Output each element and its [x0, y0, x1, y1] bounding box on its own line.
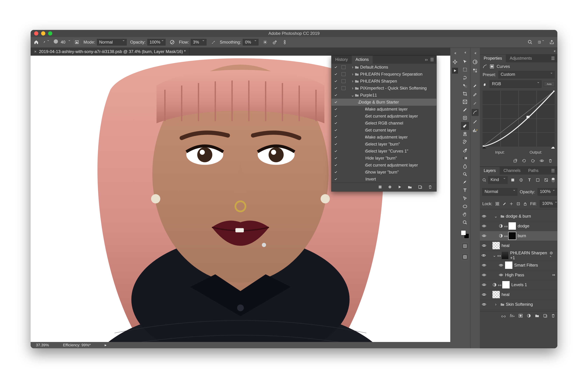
pencil-curve-icon[interactable]	[472, 119, 478, 125]
layer-name[interactable]: dodge & burn	[506, 214, 531, 219]
smart-filter-visibility-icon[interactable]	[499, 273, 503, 277]
visibility-toggle[interactable]	[480, 293, 488, 296]
white-point-icon[interactable]	[472, 92, 478, 97]
action-toggle-check[interactable]	[331, 66, 340, 69]
expand-dock-2-icon[interactable]: ‹‹	[474, 50, 476, 56]
new-action-icon[interactable]	[418, 185, 422, 189]
smart-filter-visibility-icon[interactable]	[499, 263, 503, 267]
color-swatches[interactable]	[461, 230, 469, 238]
move-tool[interactable]	[461, 57, 469, 66]
visibility-toggle[interactable]	[480, 263, 488, 267]
action-toggle-check[interactable]	[331, 157, 340, 160]
tool-preset-icon[interactable]	[43, 39, 49, 45]
add-mask-icon[interactable]	[519, 314, 523, 318]
action-expand-icon[interactable]: ⌄	[347, 93, 354, 98]
share-icon[interactable]	[549, 39, 555, 45]
panel-collapse-icon[interactable]: ››	[425, 57, 428, 62]
layer-opacity-select[interactable]: 100%	[538, 188, 557, 196]
new-adjustment-icon[interactable]	[527, 314, 531, 318]
eraser-tool[interactable]	[461, 146, 469, 154]
mask-thumbnail[interactable]	[502, 281, 510, 288]
gray-point-icon[interactable]	[472, 100, 478, 106]
layer-name[interactable]: dodge	[518, 224, 529, 229]
action-toggle-check[interactable]	[331, 171, 340, 174]
document-tab[interactable]: × 2019-04-13-ashley-with-sony-a7r-iii313…	[31, 48, 189, 55]
smart-filter-mask[interactable]	[505, 261, 512, 269]
action-expand-icon[interactable]: ›	[347, 86, 354, 91]
layer-row[interactable]: heal	[480, 290, 557, 300]
action-expand-icon[interactable]: ›	[347, 121, 365, 126]
mask-link-icon[interactable]	[498, 283, 501, 286]
lasso-tool[interactable]	[461, 74, 469, 82]
type-tool[interactable]	[461, 186, 469, 194]
play-action-icon[interactable]	[452, 68, 458, 74]
curves-graph[interactable]	[483, 91, 555, 147]
filter-adjust-icon[interactable]	[518, 177, 524, 183]
foreground-color[interactable]	[461, 230, 466, 235]
blend-mode-select[interactable]: Normal	[482, 188, 517, 196]
action-expand-icon[interactable]: ›	[347, 128, 365, 133]
action-toggle-check[interactable]	[331, 73, 340, 76]
action-toggle-check[interactable]	[331, 135, 340, 139]
opacity-control[interactable]: Opacity: 100%	[130, 39, 166, 45]
quickmask-icon[interactable]	[462, 243, 468, 249]
home-icon[interactable]	[33, 39, 39, 45]
action-step-row[interactable]: ›Select RGB channel	[331, 120, 437, 127]
mask-link-icon[interactable]	[504, 224, 507, 228]
navigator-icon[interactable]	[452, 59, 458, 65]
action-step-row[interactable]: Invert	[331, 176, 437, 183]
layer-name[interactable]: Levels 1	[511, 282, 527, 287]
tab-properties[interactable]: Properties	[480, 54, 506, 62]
gradient-tool[interactable]	[461, 154, 469, 162]
delete-layer-icon[interactable]	[551, 314, 555, 318]
action-expand-icon[interactable]: ›	[347, 149, 365, 154]
layer-row[interactable]: Levels 1	[480, 280, 557, 290]
action-toggle-check[interactable]	[331, 129, 340, 132]
lock-all-icon[interactable]	[523, 201, 527, 207]
flow-control[interactable]: Flow: 3%	[179, 39, 206, 45]
action-step-row[interactable]: ›Set current adjustment layer	[331, 113, 437, 120]
action-toggle-check[interactable]	[331, 108, 340, 111]
eyedropper-tool[interactable]	[461, 106, 469, 114]
visibility-toggle[interactable]	[480, 254, 488, 257]
record-icon[interactable]	[388, 185, 392, 189]
fill-select[interactable]: 100%	[540, 200, 557, 207]
tab-paths[interactable]: Paths	[524, 167, 542, 175]
layer-row[interactable]: High Pass	[480, 270, 557, 280]
action-toggle-check[interactable]	[331, 115, 340, 118]
layer-row[interactable]: Smart Filters	[480, 260, 557, 270]
quick-select-tool[interactable]	[461, 82, 469, 90]
filter-toggle[interactable]	[551, 177, 555, 182]
tab-layers[interactable]: Layers	[480, 167, 500, 175]
path-select-tool[interactable]	[461, 194, 469, 202]
panel-menu-icon[interactable]: ☰	[430, 57, 434, 62]
action-dialog-toggle[interactable]	[340, 86, 347, 90]
action-dialog-toggle[interactable]	[340, 72, 347, 76]
layer-name[interactable]: High Pass	[505, 272, 524, 277]
filter-type-icon[interactable]	[482, 178, 486, 182]
action-step-row[interactable]: ›Set current adjustment layer	[331, 162, 437, 169]
action-dialog-toggle[interactable]	[340, 65, 347, 69]
swatches-panel-icon[interactable]	[472, 68, 478, 74]
layer-thumbnail[interactable]	[492, 291, 500, 298]
lock-pixels-icon[interactable]	[502, 201, 506, 207]
action-step-row[interactable]: ›Make adjustment layer	[331, 106, 437, 113]
frame-tool[interactable]	[461, 98, 469, 106]
action-toggle-check[interactable]	[331, 80, 340, 83]
airbrush-icon[interactable]	[210, 39, 216, 45]
layer-name[interactable]: heal	[502, 243, 509, 248]
toggle-visibility-icon[interactable]	[540, 159, 544, 162]
group-expand-icon[interactable]: ⌄	[492, 214, 499, 219]
visibility-toggle[interactable]	[480, 234, 488, 238]
layer-name[interactable]: burn	[518, 233, 526, 238]
reset-icon[interactable]	[531, 159, 535, 163]
expand-dock-icon[interactable]: ‹‹	[454, 50, 456, 56]
layer-row[interactable]: burn	[480, 231, 557, 241]
actions-list[interactable]: ›Default Actions›PHLEARN Frequency Separ…	[331, 64, 437, 183]
action-set-row[interactable]: ›PHLEARN Frequency Separation	[331, 71, 437, 78]
mask-icon[interactable]	[490, 64, 494, 69]
canvas[interactable]: History Actions ›› ☰ ›Default Actions›PH…	[31, 56, 450, 342]
layer-row[interactable]: ⌄PHLEARN Sharpen +1⊚ ˄	[480, 251, 557, 260]
smart-thumbnail[interactable]	[502, 252, 508, 259]
smoothing-options-icon[interactable]	[262, 39, 268, 45]
